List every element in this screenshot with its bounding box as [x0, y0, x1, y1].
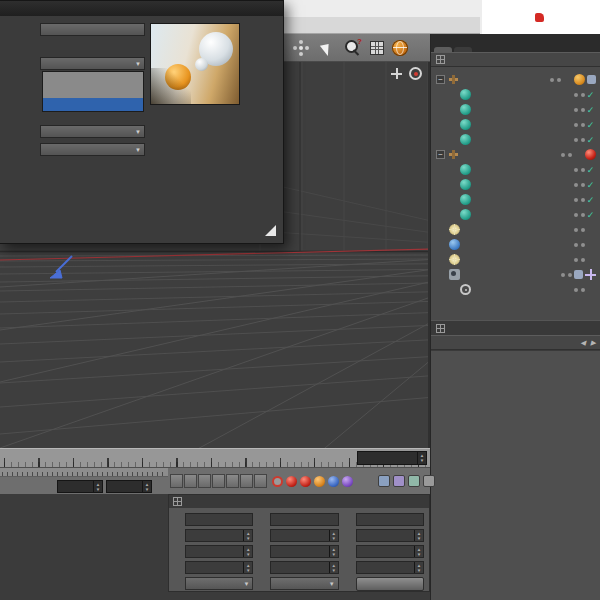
rotation-b-field[interactable] — [356, 561, 424, 574]
goto-end-button[interactable] — [254, 474, 267, 488]
history-back-icon[interactable] — [580, 339, 585, 347]
visibility-dot[interactable] — [581, 258, 585, 262]
mixed-value-field[interactable] — [270, 513, 338, 526]
stepper-icon[interactable] — [329, 530, 338, 541]
stepper-icon[interactable] — [329, 546, 338, 557]
coordinate-system-dropdown[interactable] — [185, 577, 253, 590]
preview-range-ruler[interactable] — [0, 468, 168, 477]
apply-button[interactable] — [356, 577, 424, 591]
visibility-dot[interactable] — [574, 213, 578, 217]
enabled-check-icon[interactable] — [585, 210, 596, 220]
position-x-field[interactable] — [185, 529, 253, 542]
snap-icon[interactable] — [292, 39, 310, 57]
prev-frame-button[interactable] — [198, 474, 211, 488]
framerate-icon[interactable] — [408, 475, 420, 487]
visibility-dot[interactable] — [568, 153, 572, 157]
next-frame-button[interactable] — [226, 474, 239, 488]
collapse-icon[interactable] — [436, 150, 445, 159]
visibility-dot[interactable] — [574, 228, 578, 232]
selection-tool-icon[interactable] — [318, 39, 336, 57]
visibility-dot[interactable] — [550, 78, 554, 82]
tree-row-light[interactable] — [431, 252, 600, 267]
next-key-button[interactable] — [240, 474, 253, 488]
visibility-dot[interactable] — [561, 273, 565, 277]
stepper-icon[interactable] — [142, 481, 151, 492]
tag-icon[interactable] — [587, 75, 596, 84]
tree-row-null-object[interactable] — [431, 147, 600, 162]
visibility-dot[interactable] — [574, 108, 578, 112]
keyframe-position-button[interactable] — [300, 476, 311, 487]
visibility-dot[interactable] — [581, 288, 585, 292]
option-best[interactable] — [43, 98, 143, 111]
play-sound-icon[interactable] — [378, 475, 390, 487]
scale-x-field[interactable] — [270, 529, 338, 542]
visibility-dot[interactable] — [574, 123, 578, 127]
rotate-view-icon[interactable] — [409, 67, 422, 80]
tree-row-letter[interactable] — [431, 207, 600, 222]
timeline-ruler[interactable] — [0, 448, 430, 467]
play-mode-icon[interactable] — [393, 475, 405, 487]
stepper-icon[interactable] — [243, 562, 252, 573]
filter-dropdown[interactable] — [40, 125, 145, 138]
enabled-check-icon[interactable] — [585, 195, 596, 205]
stepper-icon[interactable] — [414, 530, 423, 541]
panel-grid-icon[interactable] — [173, 497, 182, 506]
enabled-check-icon[interactable] — [585, 120, 596, 130]
record-keyframe-button[interactable] — [286, 476, 297, 487]
tree-row-letter[interactable] — [431, 177, 600, 192]
layout-grid-icon[interactable] — [370, 41, 384, 55]
current-frame-field[interactable] — [357, 451, 427, 465]
visibility-dot[interactable] — [557, 78, 561, 82]
option-none[interactable] — [43, 72, 143, 85]
antialiasing-dropdown[interactable] — [40, 57, 145, 70]
scale-z-field[interactable] — [270, 561, 338, 574]
enabled-check-icon[interactable] — [585, 135, 596, 145]
stepper-icon[interactable] — [329, 562, 338, 573]
visibility-dot[interactable] — [574, 93, 578, 97]
enabled-check-icon[interactable] — [585, 165, 596, 175]
history-forward-icon[interactable] — [591, 339, 596, 347]
visibility-dot[interactable] — [574, 198, 578, 202]
enabled-check-icon[interactable] — [585, 105, 596, 115]
play-button[interactable] — [212, 474, 225, 488]
panel-grid-icon[interactable] — [436, 324, 445, 333]
visibility-dot[interactable] — [568, 273, 572, 277]
position-z-field[interactable] — [185, 561, 253, 574]
preset-dropdown[interactable] — [40, 23, 145, 36]
mixed-value-field[interactable] — [356, 513, 424, 526]
tree-row-letter[interactable] — [431, 102, 600, 117]
xpresso-tag-icon[interactable] — [574, 74, 585, 85]
range-end-field[interactable] — [106, 480, 152, 493]
options-icon[interactable] — [423, 475, 435, 487]
prev-key-button[interactable] — [184, 474, 197, 488]
tree-row-camera[interactable] — [431, 267, 600, 282]
stepper-icon[interactable] — [414, 562, 423, 573]
tree-row-letter[interactable] — [431, 162, 600, 177]
as-editor-dropdown[interactable] — [40, 143, 145, 156]
keyframe-rotation-button[interactable] — [328, 476, 339, 487]
visibility-dot[interactable] — [574, 168, 578, 172]
visibility-dot[interactable] — [574, 183, 578, 187]
dialog-title[interactable] — [0, 1, 283, 16]
enabled-check-icon[interactable] — [585, 180, 596, 190]
scale-y-field[interactable] — [270, 545, 338, 558]
transform-mode-dropdown[interactable] — [270, 577, 338, 590]
stepper-icon[interactable] — [243, 546, 252, 557]
pan-view-icon[interactable] — [390, 67, 403, 80]
stepper-icon[interactable] — [417, 452, 426, 464]
mixed-value-field[interactable] — [185, 513, 253, 526]
rotation-h-field[interactable] — [356, 529, 424, 542]
resize-handle-icon[interactable] — [265, 225, 276, 236]
display-tag-icon[interactable] — [574, 270, 583, 279]
tree-row-camera-target[interactable] — [431, 282, 600, 297]
tree-row-null-object[interactable] — [431, 72, 600, 87]
target-tag-icon[interactable] — [585, 269, 596, 280]
option-geometry[interactable] — [43, 85, 143, 98]
tree-row-sky[interactable] — [431, 237, 600, 252]
visibility-dot[interactable] — [574, 243, 578, 247]
tree-row-letter[interactable] — [431, 192, 600, 207]
autokey-button[interactable] — [272, 476, 283, 487]
range-start-field[interactable] — [57, 480, 103, 493]
visibility-dot[interactable] — [581, 228, 585, 232]
material-tag-icon[interactable] — [585, 149, 596, 160]
